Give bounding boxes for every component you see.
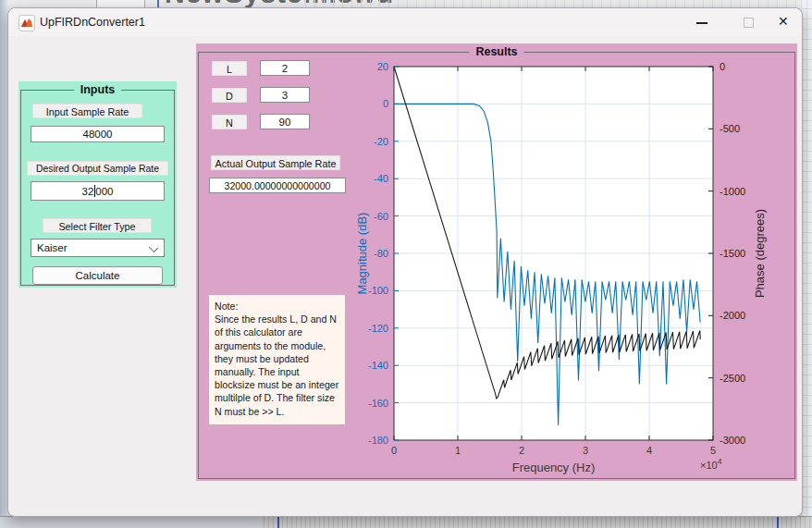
results-panel-title: Results <box>469 45 523 58</box>
results-panel: Results L D N Actual Output Sample Rate … <box>196 43 797 481</box>
minimize-icon <box>696 22 707 24</box>
background-divider <box>157 0 159 7</box>
desired-output-value-before-caret: 32 <box>82 186 94 197</box>
x-axis-multiplier: ×104 <box>700 457 722 471</box>
left-tick-label: -40 <box>374 173 388 184</box>
left-tick-label: -180 <box>368 435 388 446</box>
matlab-logo-icon <box>18 15 35 31</box>
input-sample-rate-field[interactable] <box>31 126 165 142</box>
background-left-edge <box>0 0 7 528</box>
x-axis-label: Frequency (Hz) <box>512 460 596 474</box>
titlebar[interactable]: UpFIRDnConverter1 ✕ <box>8 8 802 36</box>
window-controls: ✕ <box>663 8 802 36</box>
left-axis-label: Magnitude (dB) <box>355 213 369 295</box>
window-title: UpFIRDnConverter1 <box>40 16 145 29</box>
chevron-down-icon <box>149 243 158 252</box>
maximize-icon <box>744 18 754 28</box>
close-icon: ✕ <box>778 14 789 29</box>
inputs-panel: Inputs Input Sample Rate Desired Output … <box>18 81 177 288</box>
filter-type-value: Kaiser <box>37 242 68 253</box>
background-ruler <box>0 516 812 528</box>
background-found-badge: 1 found <box>96 0 145 7</box>
left-tick-label: -140 <box>368 360 388 371</box>
desired-output-rate-label: Desired Output Sample Rate <box>27 161 168 176</box>
right-tick-label: -1500 <box>720 248 745 259</box>
right-tick-label: -2500 <box>720 373 745 384</box>
ruler-marker <box>277 517 279 528</box>
x-tick-label: 3 <box>583 445 588 456</box>
ruler-blank-segment <box>0 517 262 528</box>
left-tick-label: -60 <box>374 211 388 222</box>
inputs-panel-title: Inputs <box>74 83 122 96</box>
right-tick-label: -2000 <box>720 310 745 321</box>
minimize-button[interactable] <box>683 8 720 36</box>
ruler-marker <box>777 517 779 528</box>
x-tick-label: 1 <box>455 445 461 456</box>
left-tick-label: 0 <box>383 98 388 109</box>
x-tick-label: 4 <box>646 445 652 456</box>
left-tick-label: 20 <box>377 61 388 72</box>
input-sample-rate-label: Input Sample Rate <box>32 104 142 118</box>
calculate-button[interactable]: Calculate <box>32 266 163 285</box>
close-button[interactable]: ✕ <box>767 8 804 36</box>
maximize-button <box>730 8 767 36</box>
x-tick-label: 5 <box>710 445 716 456</box>
right-tick-label: 0 <box>720 61 725 72</box>
app-window: UpFIRDnConverter1 ✕ Inputs Input Sample … <box>7 7 803 517</box>
right-tick-label: -3000 <box>720 435 745 446</box>
background-canvas-grid <box>305 0 812 7</box>
left-tick-label: -120 <box>368 323 388 334</box>
results-plot-svg: 012345200-20-40-60-80-100-120-140-160-18… <box>196 43 797 481</box>
right-tick-label: -1000 <box>720 186 745 197</box>
desired-output-rate-field[interactable]: 32000 <box>31 181 165 201</box>
background-app-strip: 1 found NewSystem.swd <box>0 0 812 7</box>
x-tick-label: 2 <box>519 445 524 456</box>
left-tick-label: -100 <box>368 285 388 296</box>
left-tick-label: -80 <box>374 248 388 259</box>
left-tick-label: -160 <box>368 398 388 409</box>
desired-output-value-after-caret: 000 <box>95 186 113 197</box>
left-tick-label: -20 <box>374 136 388 147</box>
select-filter-type-label: Select Filter Type <box>43 218 152 233</box>
right-tick-label: -500 <box>720 123 740 134</box>
x-tick-label: 0 <box>391 445 397 456</box>
filter-type-dropdown[interactable]: Kaiser <box>31 239 165 257</box>
right-axis-label: Phase (degrees) <box>753 209 767 298</box>
